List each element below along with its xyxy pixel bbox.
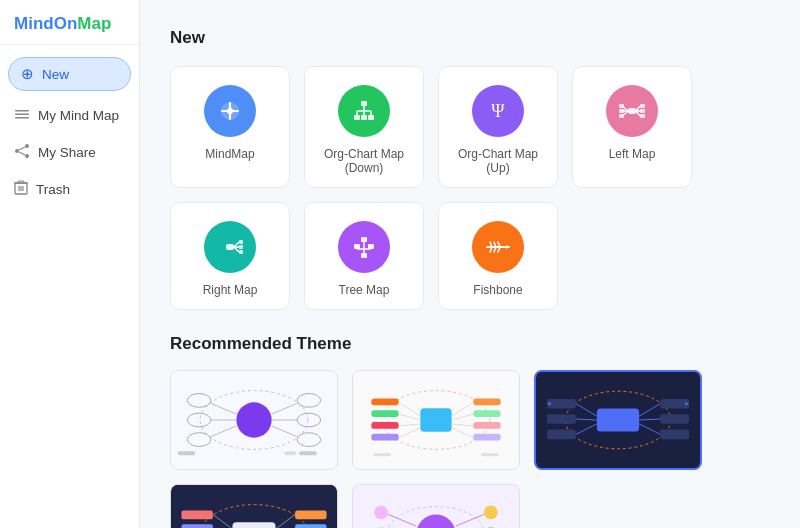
svg-point-3 [25,144,29,148]
svg-rect-38 [226,244,234,250]
mymindmap-icon [14,106,30,125]
svg-rect-103 [597,408,639,431]
new-section-title: New [170,28,770,48]
svg-rect-10 [18,181,24,183]
svg-rect-29 [619,104,624,108]
theme-card-5[interactable] [352,484,520,528]
themes-grid [170,370,770,528]
sidebar: MindOnMap ⊕ New My Mind Map My Share Tra… [0,0,140,528]
svg-rect-89 [473,422,500,429]
theme-card-1[interactable] [170,370,338,470]
svg-rect-83 [371,398,398,405]
left-map-label: Left Map [609,147,656,161]
svg-rect-87 [473,398,500,405]
svg-rect-45 [361,253,367,258]
svg-point-15 [227,108,233,114]
right-map-label: Right Map [203,283,258,297]
svg-rect-25 [628,108,636,114]
svg-rect-109 [660,430,689,440]
svg-rect-48 [361,237,367,242]
theme-card-3[interactable] [534,370,702,470]
svg-rect-35 [640,104,645,108]
template-card-right-map[interactable]: Right Map [170,202,290,310]
template-grid: MindMap Org-Chart Map (Down) [170,66,770,310]
sidebar-item-new[interactable]: ⊕ New [8,57,131,91]
recommended-section-title: Recommended Theme [170,334,770,354]
tree-map-icon [338,221,390,273]
svg-rect-122 [181,524,212,528]
svg-rect-77 [299,451,317,455]
template-card-org-up[interactable]: Ψ Org-Chart Map (Up) [438,66,558,188]
theme-card-4[interactable] [170,484,338,528]
svg-point-5 [25,154,29,158]
svg-rect-106 [547,430,576,440]
svg-rect-17 [354,115,360,120]
svg-point-142 [374,506,388,520]
svg-rect-107 [660,399,689,409]
new-icon: ⊕ [21,65,34,83]
fishbone-icon [472,221,524,273]
svg-rect-42 [239,240,243,244]
sidebar-item-mymindmap[interactable]: My Mind Map [0,97,139,134]
svg-point-64 [236,402,271,437]
svg-rect-120 [232,522,275,528]
svg-line-7 [19,152,25,155]
svg-rect-84 [371,410,398,417]
svg-rect-36 [640,109,645,113]
template-card-left-map[interactable]: Left Map [572,66,692,188]
fishbone-label: Fishbone [473,283,522,297]
svg-rect-18 [361,115,367,120]
svg-rect-100 [373,453,391,456]
svg-rect-126 [295,524,326,528]
sidebar-item-mymindmap-label: My Mind Map [38,108,119,123]
svg-point-145 [484,506,498,520]
tree-map-label: Tree Map [339,283,390,297]
mindmap-icon [204,85,256,137]
svg-rect-108 [660,414,689,424]
svg-rect-30 [619,109,624,113]
logo: MindOnMap [0,0,139,45]
svg-rect-105 [547,414,576,424]
myshare-icon [14,143,30,162]
svg-rect-0 [15,110,29,112]
theme-card-2[interactable] [352,370,520,470]
svg-rect-90 [473,434,500,441]
sidebar-item-myshare[interactable]: My Share [0,134,139,171]
svg-rect-1 [15,114,29,116]
template-card-fishbone[interactable]: Fishbone [438,202,558,310]
org-up-label: Org-Chart Map (Up) [449,147,547,175]
left-map-icon [606,85,658,137]
svg-marker-61 [506,245,509,249]
right-map-icon [204,221,256,273]
svg-rect-2 [15,117,29,119]
org-down-icon [338,85,390,137]
trash-icon [14,180,28,199]
svg-rect-44 [239,250,243,254]
svg-rect-88 [473,410,500,417]
svg-rect-86 [371,434,398,441]
svg-rect-78 [284,451,296,455]
sidebar-item-new-label: New [42,67,69,82]
svg-rect-79 [178,451,196,455]
svg-rect-37 [640,114,645,118]
mindmap-label: MindMap [205,147,254,161]
svg-rect-31 [619,114,624,118]
svg-rect-99 [481,453,499,456]
svg-rect-82 [420,408,451,432]
sidebar-item-myshare-label: My Share [38,145,96,160]
svg-rect-85 [371,422,398,429]
template-card-tree-map[interactable]: Tree Map [304,202,424,310]
svg-point-4 [15,149,19,153]
sidebar-item-trash[interactable]: Trash [0,171,139,208]
template-card-org-down[interactable]: Org-Chart Map (Down) [304,66,424,188]
svg-rect-104 [547,399,576,409]
svg-rect-43 [239,245,243,249]
org-up-icon: Ψ [472,85,524,137]
logo-text: MindOnMap [14,14,111,33]
svg-rect-16 [361,101,367,106]
svg-rect-118 [172,485,337,528]
org-down-label: Org-Chart Map (Down) [315,147,413,175]
main-content: New MindMap [140,0,800,528]
template-card-mindmap[interactable]: MindMap [170,66,290,188]
svg-rect-19 [368,115,374,120]
